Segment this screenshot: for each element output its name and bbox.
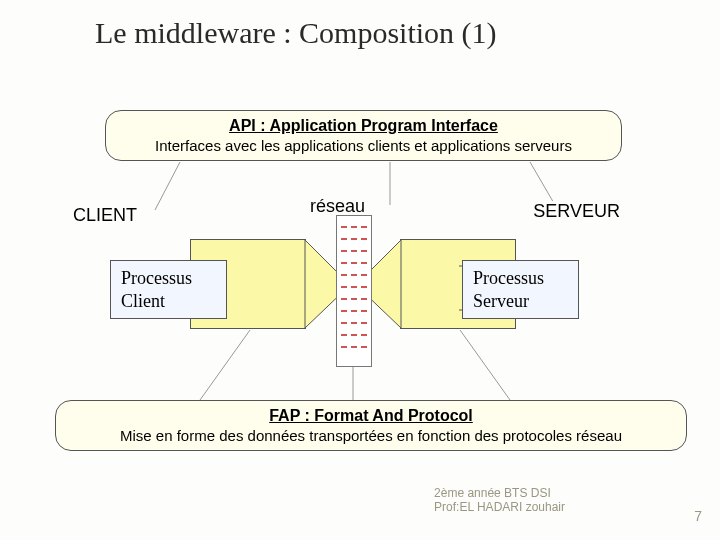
svg-line-2 bbox=[530, 162, 555, 205]
reseau-label: réseau bbox=[310, 196, 365, 217]
svg-line-3 bbox=[200, 330, 250, 400]
footer-line2: Prof:EL HADARI zouhair bbox=[434, 500, 565, 514]
fap-subtext: Mise en forme des données transportées e… bbox=[66, 427, 676, 444]
network-column bbox=[336, 215, 372, 367]
svg-line-0 bbox=[155, 162, 180, 210]
api-header: API : Application Program Interface bbox=[116, 117, 611, 135]
processus-client-box: Processus Client bbox=[110, 260, 227, 319]
svg-line-4 bbox=[460, 330, 510, 400]
slide-title: Le middleware : Composition (1) bbox=[95, 16, 497, 50]
processus-serveur-box: Processus Serveur bbox=[462, 260, 579, 319]
client-label: CLIENT bbox=[73, 205, 137, 226]
footer-credit: 2ème année BTS DSI Prof:EL HADARI zouhai… bbox=[434, 486, 565, 514]
page-number: 7 bbox=[694, 508, 702, 524]
fap-box: FAP : Format And Protocol Mise en forme … bbox=[55, 400, 687, 451]
fap-header: FAP : Format And Protocol bbox=[66, 407, 676, 425]
api-box: API : Application Program Interface Inte… bbox=[105, 110, 622, 161]
footer-line1: 2ème année BTS DSI bbox=[434, 486, 565, 500]
serveur-label: SERVEUR bbox=[500, 201, 620, 222]
api-subtext: Interfaces avec les applications clients… bbox=[116, 137, 611, 154]
